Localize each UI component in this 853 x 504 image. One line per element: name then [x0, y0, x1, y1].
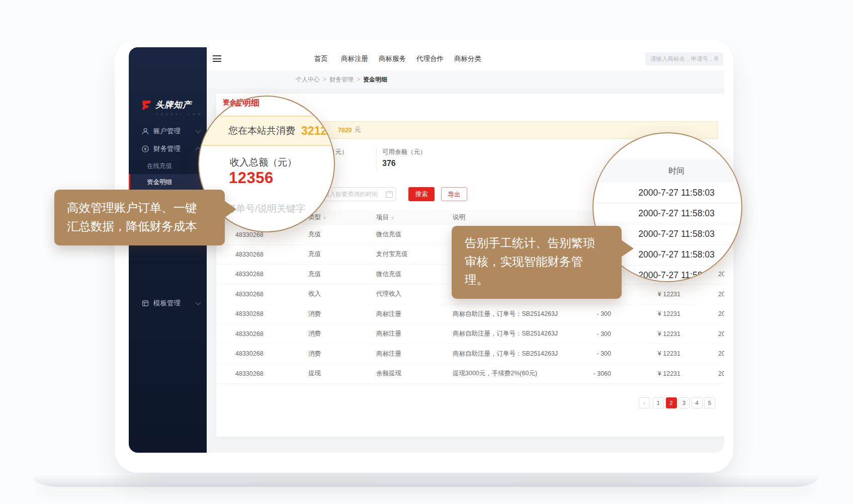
- cell-project: 商标注册: [376, 304, 401, 324]
- cell-type: 收入: [308, 284, 321, 304]
- breadcrumb-section[interactable]: 财务管理: [329, 76, 354, 83]
- table-row[interactable]: 48330268 提现 余额提现 提现3000元，手续费2%(60元) - 30…: [216, 364, 724, 384]
- magnified-consumption-banner: 您在本站共消费 32124: [198, 116, 335, 146]
- screenshot-stage: 头牌知产 T O U P A I . C O M 账户管理 财务管理 在线充值: [0, 0, 853, 504]
- brand-name: 头牌知产: [155, 99, 192, 111]
- sidebar-group-label: 财务管理: [153, 142, 181, 155]
- table-row[interactable]: 48330268 消费 商标注册 商标自助注册，订单号：SB2514263J -…: [216, 344, 724, 364]
- cell-project: 商标注册: [376, 324, 401, 344]
- cell-project: 支付宝充值: [376, 244, 408, 264]
- magnified-time-cell: 2000-7-27 11:58:03: [593, 183, 741, 204]
- sort-caret-icon: ∨: [391, 215, 394, 220]
- brand-flag-icon: [140, 99, 152, 111]
- sort-caret-icon: ∨: [323, 215, 326, 220]
- cell-balance: ¥ 12231: [616, 304, 680, 324]
- banner-amount: 7820: [338, 127, 352, 134]
- cell-amount: - 3060: [538, 364, 611, 383]
- pagination-page-1[interactable]: 1: [653, 397, 664, 408]
- cell-order: 48330268: [235, 324, 264, 344]
- pagination-page-5[interactable]: 5: [704, 397, 715, 408]
- cell-project: 微信充值: [376, 225, 401, 244]
- magnified-time-cell: 2000-7-27 11:58:03: [593, 203, 741, 224]
- nav-item-home[interactable]: 首页: [306, 47, 336, 70]
- sidebar-group-template[interactable]: 模板管理: [129, 297, 207, 310]
- breadcrumb-bar: 个人中心>财务管理>资金明细: [207, 70, 724, 89]
- magnified-time-header: 时间: [593, 159, 741, 183]
- magnified-keyword-placeholder: 订单号/说明关键字: [226, 202, 305, 215]
- cell-order: 48330268: [235, 284, 264, 304]
- brand-logo[interactable]: 头牌知产: [140, 99, 192, 111]
- cell-order: 48330268: [235, 364, 264, 383]
- breadcrumb-separator: >: [323, 76, 326, 83]
- cell-order: 48330268: [235, 244, 264, 264]
- cell-balance: ¥ 12231: [616, 324, 680, 344]
- cell-type: 提现: [308, 364, 321, 383]
- sidebar-item-label: 资金明细: [147, 174, 172, 190]
- table-row[interactable]: 48330268 消费 商标注册 商标自助注册，订单号：SB2514263J -…: [216, 324, 724, 344]
- cell-type: 消费: [308, 344, 321, 364]
- cell-desc: 提现3000元，手续费2%(60元): [453, 364, 537, 383]
- trademark-search-input[interactable]: [645, 52, 723, 65]
- cell-balance: ¥ 12231: [616, 344, 680, 364]
- sidebar-item-label: 在线充值: [147, 159, 172, 173]
- cell-order: 48330268: [235, 304, 264, 324]
- cell-type: 充值: [308, 225, 321, 244]
- cell-amount: - 300: [538, 344, 611, 364]
- table-row[interactable]: 48330268 消费 商标注册 商标自助注册，订单号：SB2514263J -…: [216, 304, 724, 324]
- stat-balance-value: 376: [382, 159, 396, 168]
- cell-amount: - 300: [538, 304, 611, 324]
- sidebar: 头牌知产 T O U P A I . C O M 账户管理 财务管理 在线充值: [129, 47, 207, 453]
- nav-item-trademark-register[interactable]: 商标注册: [339, 47, 370, 70]
- sidebar-item-fund-details[interactable]: 资金明细: [129, 174, 207, 190]
- template-icon: [141, 299, 149, 307]
- cell-balance: ¥ 12231: [616, 364, 680, 383]
- stat-divider: [376, 147, 377, 170]
- cell-time: 2000-7-27 11:58:03: [718, 324, 724, 344]
- cell-type: 充值: [308, 265, 321, 284]
- callout-left: 高效管理账户订单、一键 汇总数据，降低财务成本: [54, 190, 225, 245]
- magnified-income-value: 12356: [229, 169, 274, 187]
- sidebar-group-finance[interactable]: 财务管理: [129, 142, 207, 155]
- stat-balance-label: 可用余额（元）: [382, 148, 426, 156]
- cell-project: 代理收入: [376, 284, 401, 304]
- header-project[interactable]: 项目∨: [376, 210, 394, 225]
- breadcrumb: 个人中心>财务管理>资金明细: [296, 70, 387, 89]
- pagination-page-3[interactable]: 3: [678, 397, 690, 408]
- nav-item-agent-cooperation[interactable]: 代理合作: [415, 47, 445, 70]
- sidebar-group-label: 模板管理: [153, 297, 181, 310]
- sidebar-group-label: 账户管理: [153, 125, 181, 138]
- cell-time: 2000-7-27 11:58:03: [718, 344, 724, 364]
- pagination-page-4[interactable]: 4: [692, 397, 703, 408]
- sidebar-item-online-recharge[interactable]: 在线充值: [129, 159, 207, 173]
- magnified-banner-prefix: 您在本站共消费: [228, 124, 295, 137]
- cell-time: 2000-7-27 11:58:03: [718, 284, 724, 304]
- cell-type: 充值: [308, 244, 321, 264]
- callout-right: 告别手工统计、告别繁琐 审核，实现智能财务管 理。: [452, 226, 622, 299]
- breadcrumb-home[interactable]: 个人中心: [296, 76, 320, 83]
- chevron-down-icon: [195, 127, 201, 133]
- pagination-prev-button[interactable]: ‹: [639, 397, 650, 408]
- nav-item-trademark-service[interactable]: 商标服务: [377, 47, 407, 70]
- breadcrumb-current: 资金明细: [363, 76, 387, 83]
- sidebar-group-account[interactable]: 账户管理: [129, 125, 207, 138]
- cell-time: 2000-7-27 11:58:03: [718, 364, 724, 383]
- search-button[interactable]: 搜索: [408, 187, 435, 201]
- finance-icon: [141, 145, 149, 153]
- cell-order: 48330268: [235, 344, 264, 364]
- export-button[interactable]: 导出: [441, 187, 467, 201]
- hamburger-menu-icon[interactable]: [213, 55, 221, 62]
- calendar-icon[interactable]: [386, 191, 393, 198]
- banner-unit: 元: [355, 126, 361, 134]
- nav-item-trademark-category[interactable]: 商标分类: [453, 47, 483, 70]
- brand-tagline: T O U P A I . C O M: [156, 113, 201, 116]
- callout-left-text: 高效管理账户订单、一键 汇总数据，降低财务成本: [67, 199, 197, 236]
- cell-type: 消费: [308, 304, 321, 324]
- callout-right-text: 告别手工统计、告别繁琐 审核，实现智能财务管 理。: [465, 234, 595, 289]
- cell-project: 余额提现: [376, 364, 401, 383]
- pagination-page-2[interactable]: 2: [666, 397, 677, 408]
- cell-time: 2000-7-27 11:58:03: [718, 304, 724, 324]
- magnified-income-label: 收入总额（元）: [230, 156, 297, 169]
- laptop-base: [33, 473, 819, 487]
- user-icon: [141, 127, 149, 135]
- cell-balance: ¥ 12231: [616, 284, 680, 304]
